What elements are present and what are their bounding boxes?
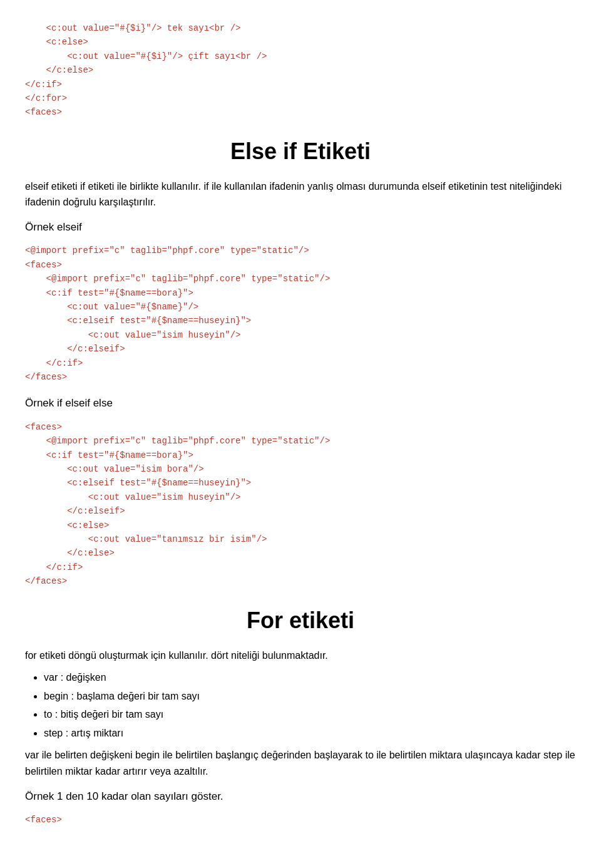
code-block-1: <@import prefix="c" taglib="phpf.core" t…: [25, 241, 576, 386]
section1-title: Else if Etiketi: [25, 135, 576, 168]
code-block-3: <faces>: [25, 810, 576, 829]
bullet-item-4: step : artış miktarı: [44, 725, 576, 741]
bullet-item-2: begin : başlama değeri bir tam sayı: [44, 688, 576, 705]
example-label-3: Örnek 1 den 10 kadar olan sayıları göste…: [25, 788, 576, 805]
bullet-list: var : değişken begin : başlama değeri bi…: [44, 669, 576, 741]
page-content: <c:out value="#{$i}"/> tek sayı<br /> <c…: [25, 19, 576, 830]
bullet-item-3: to : bitiş değeri bir tam sayı: [44, 706, 576, 723]
bullet-item-1: var : değişken: [44, 669, 576, 686]
section2-intro: for etiketi döngü oluşturmak için kullan…: [25, 648, 576, 664]
section2-para2: var ile belirten değişkeni begin ile bel…: [25, 747, 576, 779]
example-label-2: Örnek if elseif else: [25, 395, 576, 411]
example-label-1: Örnek elseif: [25, 219, 576, 235]
section1-intro: elseif etiketi if etiketi ile birlikte k…: [25, 178, 576, 210]
top-code-block: <c:out value="#{$i}"/> tek sayı<br /> <c…: [25, 19, 576, 122]
section2-title: For etiketi: [25, 604, 576, 638]
code-block-2: <faces> <@import prefix="c" taglib="phpf…: [25, 418, 576, 591]
